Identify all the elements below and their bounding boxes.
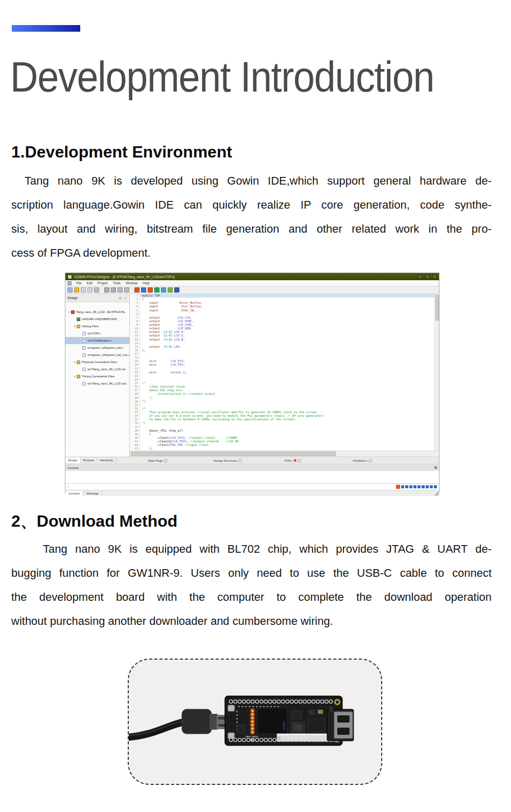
code-line[interactable]: 43 );: [130, 447, 439, 450]
code-line[interactable]: 2(: [130, 298, 439, 301]
pin-icon[interactable]: [434, 466, 437, 469]
console-tab-message[interactable]: Message: [83, 491, 102, 496]
code-line[interactable]: 14: [130, 342, 439, 345]
code-line[interactable]: 31: [130, 403, 439, 407]
code-line[interactable]: 3 input Reset_Button,: [130, 301, 439, 305]
code-line[interactable]: 12 output [5:0] LCD_G,: [130, 334, 439, 337]
document-tab[interactable]: TOP.v: [284, 458, 301, 463]
tab-close-icon[interactable]: [239, 459, 242, 462]
code-line[interactable]: 36*/: [130, 421, 439, 425]
run-icon[interactable]: [118, 287, 123, 292]
code-line[interactable]: 10 output LCD_DEN,: [130, 327, 439, 330]
tree-expander-icon[interactable]: ▾: [73, 375, 76, 378]
panel-tab-process[interactable]: Process: [81, 458, 98, 463]
code-editor[interactable]: 1module TOP2(3 input Reset_Button,4 inpu…: [130, 294, 439, 450]
up-icon[interactable]: [409, 485, 412, 488]
tab-close-icon[interactable]: [369, 459, 372, 462]
redo-icon[interactable]: [111, 287, 116, 292]
code-line[interactable]: 40 .clkout(CLK_SYS), //output clkout //2…: [130, 436, 439, 440]
menu-help[interactable]: Help: [140, 281, 152, 285]
tab-close-icon[interactable]: [298, 459, 301, 462]
save-log-icon[interactable]: [422, 485, 425, 488]
tree-item[interactable]: src\VGAModule.v: [65, 337, 129, 344]
code-line[interactable]: 16);: [130, 349, 439, 352]
code-line[interactable]: 24: [130, 378, 439, 381]
panel-tab-design[interactable]: Design: [65, 458, 81, 463]
menu-tools[interactable]: Tools: [110, 281, 123, 285]
console-tab-console[interactable]: Console: [65, 491, 83, 496]
vertical-scrollbar[interactable]: [434, 294, 439, 450]
code-line[interactable]: 20 wire CLK_PIX;: [130, 363, 439, 367]
code-line[interactable]: 25/*: [130, 381, 439, 385]
new-file-icon[interactable]: [67, 287, 73, 292]
code-line[interactable]: 37: [130, 425, 439, 429]
pause-icon[interactable]: [417, 485, 421, 488]
document-tab[interactable]: Design Summary: [214, 458, 242, 463]
print-icon[interactable]: [94, 287, 99, 292]
code-line[interactable]: 26 //Use internal clock: [130, 385, 439, 389]
resize-grip[interactable]: [434, 491, 438, 495]
menu-edit[interactable]: Edit: [84, 281, 95, 285]
code-line[interactable]: 17: [130, 352, 439, 356]
open-folder-icon[interactable]: [74, 287, 79, 292]
find-icon[interactable]: [405, 485, 408, 488]
code-line[interactable]: 5 input XTAL_IN,: [130, 309, 439, 312]
console-input-row[interactable]: >: [65, 483, 439, 490]
tree-item[interactable]: src\TOP.v: [65, 330, 129, 337]
copy-icon[interactable]: [426, 485, 429, 488]
synthesize-icon[interactable]: [134, 287, 140, 292]
tree-item[interactable]: ▾Verilog Files: [65, 323, 129, 330]
menu-file[interactable]: File: [74, 281, 84, 285]
place-route-icon[interactable]: [148, 287, 153, 292]
code-line[interactable]: 7 output LCD_CLK,: [130, 316, 439, 320]
document-tab[interactable]: Start Page: [148, 458, 167, 463]
horizontal-scrollbar[interactable]: [130, 450, 439, 457]
code-line[interactable]: 23: [130, 374, 439, 378]
tree-expander-icon[interactable]: ▾: [67, 310, 71, 313]
tree-item[interactable]: src\gowin_rpll\gowin_rpll_tmp.v: [65, 351, 129, 358]
stop-icon[interactable]: [124, 287, 129, 292]
minimize-icon[interactable]: [418, 275, 423, 279]
down-icon[interactable]: [413, 485, 416, 488]
code-line[interactable]: 18: [130, 356, 439, 359]
tree-item[interactable]: src\gowin_rpll\gowin_rpll.v: [65, 344, 129, 351]
code-line[interactable]: 1module TOP: [130, 294, 439, 298]
code-line[interactable]: 35 to make CLK_Pix is between 8-12MHz (a…: [130, 418, 439, 421]
code-line[interactable]: 34 If you use our 4.3-inch screen, you n…: [130, 414, 439, 418]
code-line[interactable]: 15 output [5:0] LED: [130, 345, 439, 349]
tree-item[interactable]: ▾Physical Constraints Files: [65, 358, 129, 366]
code-line[interactable]: 19 wire CLK_SYS;: [130, 359, 439, 363]
tree-item[interactable]: ▾Timing Constraints Files: [65, 373, 129, 380]
save-all-icon[interactable]: [87, 287, 92, 292]
code-line[interactable]: 33 This program uses external crystal os…: [130, 411, 439, 414]
document-tab[interactable]: VGAMod.v: [353, 458, 372, 463]
menu-project[interactable]: Project: [95, 281, 110, 285]
tree-item[interactable]: GW1NR-LV9QN88PC6/I5: [65, 315, 129, 323]
code-line[interactable]: 39 (: [130, 433, 439, 436]
panel-tab-hierarchy[interactable]: Hierarchy: [97, 458, 116, 463]
code-line[interactable]: 13 output [4:0] LCD_B,: [130, 338, 439, 342]
ip-core-icon[interactable]: [168, 287, 173, 292]
tree-item[interactable]: src\Tang_nano_9K_LCD.sdc: [65, 380, 129, 387]
tree-item[interactable]: ▾Tang_nano_9K_LCD - [E:/FPGA/Ta...: [65, 308, 129, 315]
error-badge-icon[interactable]: [396, 485, 400, 489]
code-line[interactable]: 28 .oscout(oscout_o) //output oscout: [130, 392, 439, 396]
code-line[interactable]: 29 );: [130, 396, 439, 400]
code-line[interactable]: 11 output [4:0] LCD_R,: [130, 330, 439, 334]
tree-item[interactable]: src\Tang_nano_9K_LCD.cst: [65, 366, 129, 373]
code-line[interactable]: 8 output LCD_HYNC,: [130, 320, 439, 323]
save-icon[interactable]: [81, 287, 86, 292]
menu-window[interactable]: Window: [123, 281, 140, 285]
code-line[interactable]: 22 wire oscout_o;: [130, 371, 439, 374]
close-icon[interactable]: [432, 275, 437, 279]
programmer-icon[interactable]: [154, 287, 159, 292]
word-wrap-icon[interactable]: [430, 485, 433, 488]
tree-expander-icon[interactable]: ▾: [73, 360, 76, 364]
code-line[interactable]: 6: [130, 312, 439, 316]
code-line[interactable]: 9 output LCD_SYNC,: [130, 323, 439, 327]
code-line[interactable]: 32/*: [130, 407, 439, 411]
code-line[interactable]: 21: [130, 367, 439, 371]
code-line[interactable]: 4 input User_Button,: [130, 305, 439, 308]
maximize-icon[interactable]: [425, 275, 430, 279]
tab-close-icon[interactable]: [164, 459, 167, 462]
